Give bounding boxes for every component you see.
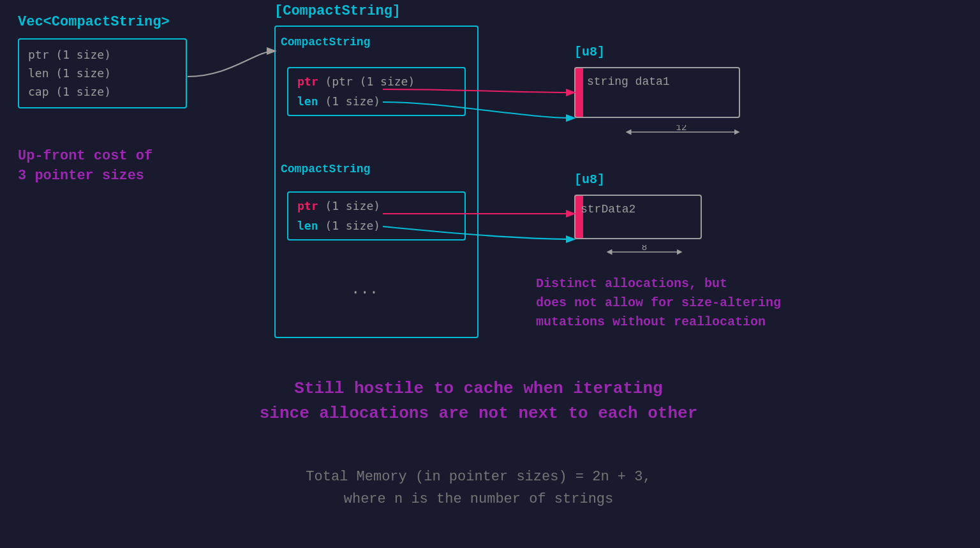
- sub-box-1-content: ptr (ptr (1 size) len (1 size): [297, 72, 456, 111]
- hostile-label: Still hostile to cache when iterating si…: [128, 376, 829, 426]
- upfront-cost-label: Up-front cost of 3 pointer sizes: [18, 147, 152, 186]
- dots-label: ...: [351, 281, 378, 298]
- dim-label-2: 8: [606, 245, 683, 262]
- compact-inner-label-2: CompactString: [281, 163, 370, 175]
- vec-content: ptr (1 size) len (1 size) cap (1 size): [28, 46, 177, 101]
- u8-box-1: [574, 67, 740, 118]
- compact-string-outer-label: [CompactString]: [274, 3, 401, 19]
- vec-label: Vec<CompactString>: [18, 14, 170, 30]
- u8-content-2: strData2: [581, 203, 635, 216]
- distinct-allocations-label: Distinct allocations, but does not allow…: [536, 274, 781, 332]
- sub-box-2-content: ptr (1 size) len (1 size): [297, 196, 456, 235]
- svg-text:12: 12: [676, 125, 687, 133]
- u8-label-1: [u8]: [574, 45, 605, 59]
- vec-box: ptr (1 size) len (1 size) cap (1 size): [18, 38, 187, 108]
- u8-content-1: string data1: [587, 75, 670, 88]
- u8-label-2: [u8]: [574, 172, 605, 187]
- total-memory-label: Total Memory (in pointer sizes) = 2n + 3…: [160, 466, 798, 510]
- compact-inner-label-1: CompactString: [281, 36, 370, 48]
- compact-string-sub-box-1: ptr (ptr (1 size) len (1 size): [287, 67, 466, 116]
- u8-box-2: [574, 195, 702, 239]
- diagram-container: Vec<CompactString> ptr (1 size) len (1 s…: [0, 0, 980, 548]
- svg-text:8: 8: [642, 245, 647, 253]
- compact-string-sub-box-2: ptr (1 size) len (1 size): [287, 191, 466, 241]
- dim-label-1: 12: [625, 125, 740, 142]
